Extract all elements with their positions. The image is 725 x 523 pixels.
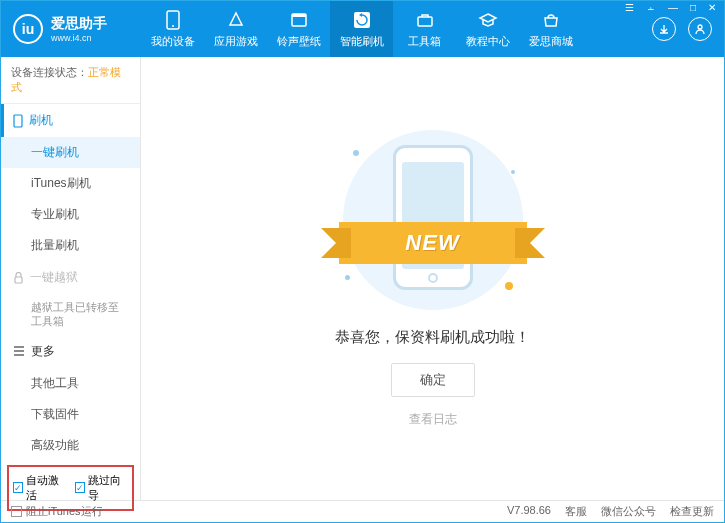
sidebar-item-itunes-flash[interactable]: iTunes刷机	[1, 168, 140, 199]
sidebar-section-flash[interactable]: 刷机	[1, 104, 140, 137]
logo-icon: iu	[13, 14, 43, 44]
checkbox-skip-guide[interactable]: ✓ 跳过向导	[75, 473, 129, 503]
svg-rect-5	[418, 17, 432, 26]
user-button[interactable]	[688, 17, 712, 41]
sidebar-item-download-firmware[interactable]: 下载固件	[1, 399, 140, 430]
section-title: 一键越狱	[30, 269, 78, 286]
nav-ringtones[interactable]: 铃声壁纸	[267, 1, 330, 57]
checkbox-label: 阻止iTunes运行	[26, 504, 103, 519]
sidebar: 设备连接状态：正常模式 刷机 一键刷机 iTunes刷机 专业刷机 批量刷机 一…	[1, 57, 141, 500]
top-nav: 我的设备 应用游戏 铃声壁纸 智能刷机 工具箱 教程中心 爱思商城	[141, 1, 582, 57]
success-illustration: NEW	[333, 130, 533, 310]
nav-label: 爱思商城	[529, 34, 573, 49]
header: iu 爱思助手 www.i4.cn 我的设备 应用游戏 铃声壁纸 智能刷机 工具…	[1, 1, 724, 57]
svg-point-1	[172, 25, 174, 27]
menu-icon	[13, 346, 25, 356]
version-text: V7.98.66	[507, 504, 551, 519]
nav-store[interactable]: 爱思商城	[519, 1, 582, 57]
window-controls: ☰ ⫠ ― □ ✕	[622, 2, 719, 13]
view-log-link[interactable]: 查看日志	[409, 411, 457, 428]
toolbox-icon	[415, 10, 435, 30]
svg-rect-7	[14, 115, 22, 127]
sidebar-item-other-tools[interactable]: 其他工具	[1, 368, 140, 399]
wallpaper-icon	[289, 10, 309, 30]
store-icon	[541, 10, 561, 30]
nav-label: 铃声壁纸	[277, 34, 321, 49]
nav-my-device[interactable]: 我的设备	[141, 1, 204, 57]
nav-label: 教程中心	[466, 34, 510, 49]
app-title: 爱思助手	[51, 15, 107, 33]
nav-label: 工具箱	[408, 34, 441, 49]
checkbox-icon: ✓	[13, 482, 23, 493]
refresh-icon	[352, 10, 372, 30]
section-title: 刷机	[29, 112, 53, 129]
sidebar-item-advanced[interactable]: 高级功能	[1, 430, 140, 461]
section-title: 更多	[31, 343, 55, 360]
phone-small-icon	[13, 114, 23, 128]
lock-icon[interactable]: ⫠	[643, 2, 659, 13]
download-button[interactable]	[652, 17, 676, 41]
sidebar-item-batch-flash[interactable]: 批量刷机	[1, 230, 140, 261]
minimize-button[interactable]: ―	[665, 2, 681, 13]
footer-wechat-link[interactable]: 微信公众号	[601, 504, 656, 519]
close-button[interactable]: ✕	[705, 2, 719, 13]
success-message: 恭喜您，保资料刷机成功啦！	[335, 328, 530, 347]
sidebar-section-more[interactable]: 更多	[1, 335, 140, 368]
header-right	[652, 17, 724, 41]
maximize-button[interactable]: □	[687, 2, 699, 13]
logo[interactable]: iu 爱思助手 www.i4.cn	[1, 14, 141, 44]
apps-icon	[226, 10, 246, 30]
phone-icon	[163, 10, 183, 30]
lock-icon	[13, 272, 24, 284]
status-label: 设备连接状态：	[11, 66, 88, 78]
nav-toolbox[interactable]: 工具箱	[393, 1, 456, 57]
footer-update-link[interactable]: 检查更新	[670, 504, 714, 519]
sidebar-item-oneclick-flash[interactable]: 一键刷机	[1, 137, 140, 168]
app-url: www.i4.cn	[51, 33, 107, 43]
svg-point-6	[698, 25, 702, 29]
nav-label: 我的设备	[151, 34, 195, 49]
nav-tutorials[interactable]: 教程中心	[456, 1, 519, 57]
jailbreak-note: 越狱工具已转移至工具箱	[1, 294, 140, 335]
nav-label: 智能刷机	[340, 34, 384, 49]
nav-flash[interactable]: 智能刷机	[330, 1, 393, 57]
main-content: NEW 恭喜您，保资料刷机成功啦！ 确定 查看日志	[141, 57, 724, 500]
svg-rect-3	[292, 14, 306, 17]
checkbox-block-itunes[interactable]: 阻止iTunes运行	[11, 504, 103, 519]
footer-service-link[interactable]: 客服	[565, 504, 587, 519]
checkbox-label: 跳过向导	[88, 473, 128, 503]
ok-button[interactable]: 确定	[391, 363, 475, 397]
checkbox-icon: ✓	[75, 482, 85, 493]
connection-status: 设备连接状态：正常模式	[1, 57, 140, 104]
ribbon-text: NEW	[405, 230, 459, 256]
nav-label: 应用游戏	[214, 34, 258, 49]
checkbox-auto-activate[interactable]: ✓ 自动激活	[13, 473, 67, 503]
menu-icon[interactable]: ☰	[622, 2, 637, 13]
graduation-icon	[478, 10, 498, 30]
sidebar-section-jailbreak: 一键越狱	[1, 261, 140, 294]
nav-apps[interactable]: 应用游戏	[204, 1, 267, 57]
sidebar-item-pro-flash[interactable]: 专业刷机	[1, 199, 140, 230]
checkbox-label: 自动激活	[26, 473, 66, 503]
checkbox-icon	[11, 506, 22, 517]
svg-rect-8	[15, 277, 22, 283]
